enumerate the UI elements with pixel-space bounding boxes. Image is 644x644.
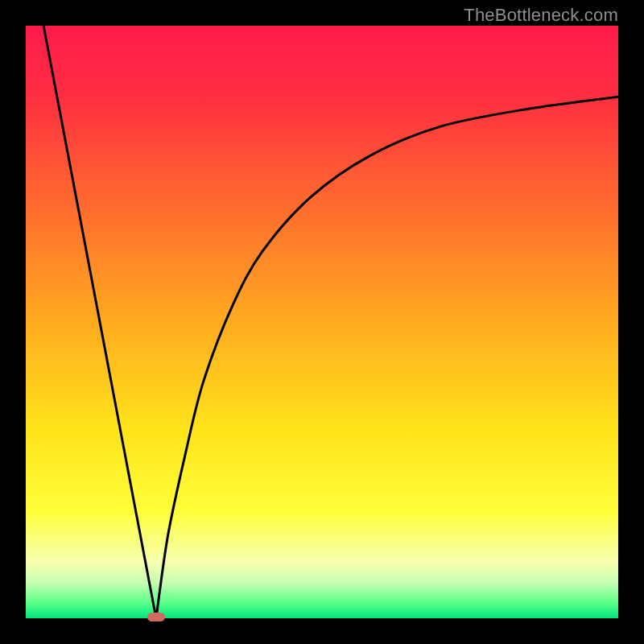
watermark-text: TheBottleneck.com — [464, 5, 618, 26]
minimum-marker — [147, 613, 165, 621]
chart-svg — [26, 26, 618, 618]
plot-frame — [26, 26, 618, 618]
gradient-background — [26, 26, 618, 618]
